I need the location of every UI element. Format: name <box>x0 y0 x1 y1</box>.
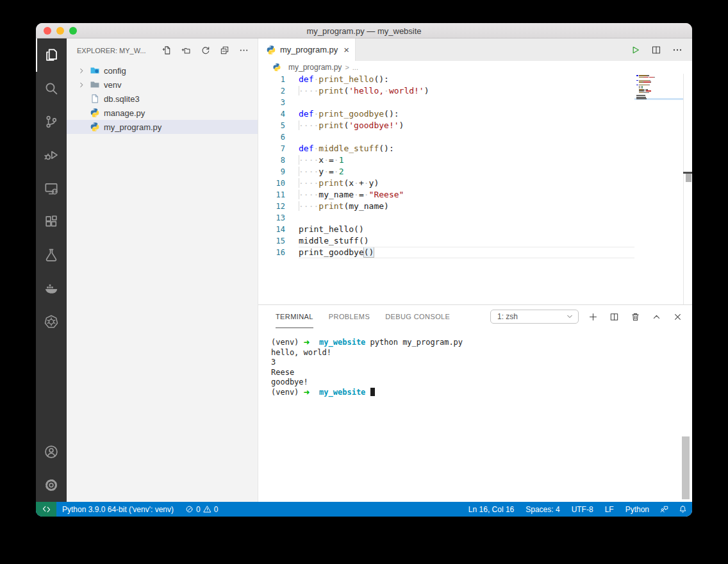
code-line[interactable]: 10····print(x·+·y) <box>258 178 692 189</box>
error-count: 0 <box>196 505 201 514</box>
file-tree-item-db.sqlite3[interactable]: db.sqlite3 <box>67 92 258 106</box>
minimap[interactable] <box>634 75 683 99</box>
new-terminal-icon[interactable] <box>588 312 598 322</box>
explorer-header: EXPLORER: MY_W... <box>67 38 258 62</box>
more-icon[interactable] <box>239 46 249 55</box>
tab-my-program[interactable]: my_program.py × <box>258 38 356 61</box>
run-debug-icon <box>44 148 58 162</box>
line-number: 11 <box>258 189 299 201</box>
chevron-right-icon[interactable] <box>78 67 89 74</box>
activity-item-explorer[interactable] <box>36 38 67 72</box>
activity-item-run-debug[interactable] <box>36 138 67 172</box>
split-terminal-icon[interactable] <box>609 312 619 322</box>
remote-indicator[interactable] <box>36 502 56 517</box>
activity-item-testing[interactable] <box>36 238 67 272</box>
chevron-right-icon[interactable] <box>78 81 89 88</box>
encoding-status[interactable]: UTF-8 <box>566 502 599 517</box>
run-icon[interactable] <box>630 45 640 55</box>
kill-terminal-icon[interactable] <box>631 312 640 322</box>
file-tree-item-manage.py[interactable]: manage.py <box>67 106 258 120</box>
line-number: 5 <box>258 120 299 131</box>
chevron-down-icon <box>566 313 574 320</box>
code-line[interactable]: 11····my_name·=·"Reese" <box>258 189 692 201</box>
language-mode-status[interactable]: Python <box>620 502 655 517</box>
settings-icon <box>44 478 58 492</box>
title-bar[interactable]: my_program.py — my_website <box>36 23 692 38</box>
new-file-icon[interactable] <box>162 46 172 55</box>
code-line[interactable]: 2····print('hello,·world!') <box>258 85 692 97</box>
code-line[interactable]: 8····x·=·1 <box>258 154 692 166</box>
cursor-position-label: Ln 16, Col 16 <box>468 505 514 514</box>
remote-explorer-icon <box>44 181 58 195</box>
python-interpreter-status[interactable]: Python 3.9.0 64-bit ('venv': venv) <box>56 502 179 517</box>
more-icon[interactable] <box>672 45 682 55</box>
panel-scrollbar-thumb[interactable] <box>682 436 690 499</box>
code-line[interactable]: 14print_hello() <box>258 224 692 235</box>
vscode-window: my_program.py — my_website EXPLORER: MY_… <box>36 23 692 517</box>
indentation-label: Spaces: 4 <box>525 505 559 514</box>
activity-item-settings[interactable] <box>36 469 67 502</box>
activity-item-account[interactable] <box>36 435 67 469</box>
maximize-panel-icon[interactable] <box>652 312 661 322</box>
code-editor[interactable]: 1def·print_hello():2····print('hello,·wo… <box>258 74 692 304</box>
problems-status[interactable]: 0 0 <box>179 502 224 517</box>
editor-edge-divider <box>683 74 684 304</box>
python-icon <box>89 122 100 132</box>
code-line[interactable]: 9····y·=·2 <box>258 166 692 178</box>
code-line[interactable]: 6 <box>258 131 692 143</box>
activity-item-kubernetes[interactable] <box>36 305 67 338</box>
activity-item-source-control[interactable] <box>36 105 67 138</box>
activity-item-search[interactable] <box>36 72 67 105</box>
terminal-selector-dropdown[interactable]: 1: zsh <box>490 310 579 324</box>
code-line-text: ····print('hello,·world!') <box>299 85 429 97</box>
panel-tab-debug-console[interactable]: DEBUG CONSOLE <box>385 305 450 328</box>
split-editor-icon[interactable] <box>651 45 661 55</box>
editor-scrollbar-thumb[interactable] <box>686 174 691 182</box>
close-tab-icon[interactable]: × <box>343 45 349 54</box>
terminal-output[interactable]: (venv) ➜ my_website python my_program.py… <box>258 328 692 397</box>
close-panel-icon[interactable] <box>673 312 682 322</box>
code-line[interactable]: 4def·print_goodbye(): <box>258 108 692 120</box>
notifications-button[interactable] <box>674 502 692 517</box>
folder-icon <box>89 79 100 90</box>
eol-status[interactable]: LF <box>599 502 620 517</box>
breadcrumb-separator: > <box>345 63 349 71</box>
code-line-text: ····print(my_name) <box>299 201 389 212</box>
code-line[interactable]: 3 <box>258 97 692 108</box>
breadcrumb-file[interactable]: my_program.py <box>288 63 342 72</box>
panel-header: TERMINALPROBLEMSDEBUG CONSOLE 1: zsh <box>258 305 692 328</box>
file-tree-item-venv[interactable]: venv <box>67 78 258 92</box>
code-line[interactable]: 16print_goodbye() <box>258 247 692 258</box>
activity-item-remote-explorer[interactable] <box>36 172 67 205</box>
explorer-icon <box>44 48 58 62</box>
code-line[interactable]: 15middle_stuff() <box>258 235 692 247</box>
terminal-selector-value: 1: zsh <box>497 312 518 321</box>
collapse-all-icon[interactable] <box>220 46 229 55</box>
refresh-icon[interactable] <box>201 46 210 55</box>
code-line[interactable]: 7def·middle_stuff(): <box>258 143 692 154</box>
panel-actions <box>588 312 682 322</box>
code-line[interactable]: 5····print('goodbye!') <box>258 120 692 131</box>
code-line[interactable]: 13 <box>258 212 692 224</box>
indentation-status[interactable]: Spaces: 4 <box>520 502 565 517</box>
activity-item-docker[interactable] <box>36 272 67 305</box>
line-number: 7 <box>258 143 299 154</box>
new-folder-icon[interactable] <box>181 46 191 55</box>
code-line[interactable]: 1def·print_hello(): <box>258 74 692 85</box>
warning-count: 0 <box>214 505 219 514</box>
activity-item-extensions[interactable] <box>36 205 67 238</box>
feedback-button[interactable] <box>655 502 674 517</box>
code-line[interactable]: 12····print(my_name) <box>258 201 692 212</box>
panel-tab-terminal[interactable]: TERMINAL <box>276 305 313 328</box>
file-label: manage.py <box>104 108 145 118</box>
file-tree-item-config[interactable]: config <box>67 63 258 78</box>
cursor-position-status[interactable]: Ln 16, Col 16 <box>463 502 520 517</box>
panel-tab-problems[interactable]: PROBLEMS <box>329 305 370 328</box>
python-version-label: Python 3.9.0 64-bit ('venv': venv) <box>62 505 174 514</box>
breadcrumb-tail[interactable]: ... <box>352 63 358 71</box>
line-number: 3 <box>258 97 299 108</box>
minimap-line <box>634 98 683 99</box>
file-tree-item-my_program.py[interactable]: my_program.py <box>67 120 258 134</box>
code-line-text: print_goodbye() <box>299 247 374 258</box>
testing-icon <box>44 248 58 262</box>
